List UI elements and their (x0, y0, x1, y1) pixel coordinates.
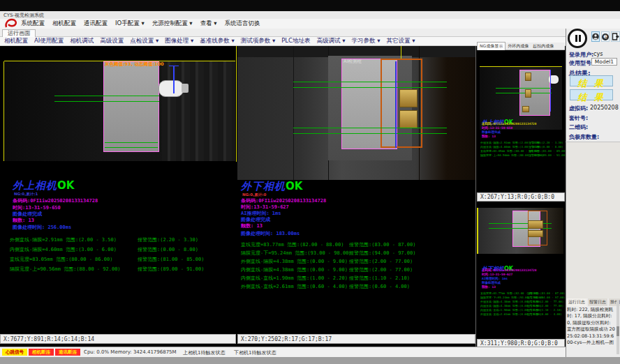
tool-learning-params[interactable]: 学习参数 ▾ (351, 37, 380, 45)
menu-language-switch[interactable]: 系统语言切换 (225, 20, 260, 28)
log-tab-alarm[interactable]: 报警日志 (588, 298, 607, 306)
tool-image-processing[interactable]: 图像处理 ▾ (165, 37, 193, 45)
mini-top-done: 图像处理完成 (482, 130, 501, 134)
mini-bot-row: 报警范围:(2.00 - 77.00) (527, 300, 563, 303)
model-value-box[interactable]: Model1 (591, 58, 617, 66)
mid-count: 颗数: 13 (241, 222, 263, 229)
tool-camera-config[interactable]: 相机配置 (4, 37, 28, 45)
mini-tab-ng-display[interactable]: NG成像显示 (477, 42, 505, 50)
mid-camera-view[interactable]: AI检测框 外下相机OK NG:0,累计:0 条码码:0FI1iw2025020… (237, 46, 475, 333)
upper-camera-status: 上相机1待触发状态 (183, 349, 225, 356)
pause-button[interactable] (568, 29, 587, 48)
left-alarm-row: 报警范围:(81.00 - 85.00) (138, 256, 204, 263)
comm-disconnect-badge: 通讯断连 (55, 349, 80, 356)
tool-camera-debug[interactable]: 相机调试 (70, 37, 94, 45)
user-button[interactable] (591, 31, 600, 42)
left-measure-row: 直线宽度=83.05mm 范围:(80.00 - 86.00) (10, 256, 112, 263)
mid-alarm-row: 报警范围:(94.00 - 97.00) (349, 250, 415, 257)
needle-number-label: 套针号: (569, 114, 588, 122)
menu-system-config[interactable]: 系统配置 (21, 20, 45, 28)
menu-io-config[interactable]: IO手配置 ▾ (115, 20, 145, 28)
mini-tab-outer-image[interactable]: 外环内成像 (505, 43, 531, 50)
mini-top-view[interactable]: 外上相机OK 条码码:0FI1iw20250208133134728 时间:13… (477, 50, 565, 192)
mid-gold-pad-2 (399, 110, 418, 128)
mini-bottom-view[interactable]: 外下相机OK 条码码:0FI1iw20250208133134728 时间:13… (477, 202, 565, 339)
left-measure-line-2 (54, 101, 159, 102)
left-result-title: 外上相机OK (13, 179, 74, 192)
virtual-code-label: 虚拟码: (569, 105, 588, 112)
mid-measure-row: 直线宽度=83.77mm 范围:(82.00 - 88.00) (241, 241, 344, 248)
left-yellow-vline (3, 61, 4, 161)
mini-bot-row: 报警范围:(1.10 - 2.10) (527, 308, 562, 312)
mid-seam-1 (293, 46, 294, 180)
log-tabbar: 运行日志 报警日志 操作日志 (567, 298, 620, 306)
tool-advanced-debug[interactable]: 高级调试 ▾ (317, 37, 346, 45)
virtual-code-value: 20250208 (590, 105, 619, 111)
log-tab-run[interactable]: 运行日志 (567, 298, 586, 306)
mini-top-gold-1 (525, 73, 531, 81)
app-logo-icon (4, 18, 18, 29)
tool-spot-check[interactable]: 点检设置 ▾ (130, 37, 158, 45)
mini-top-gold-2 (525, 89, 531, 98)
log-text: 耗时: 222, 隔膜检测耗时: 17, 隔膜分息耗时: 0, 隔膜提取分区耗时… (567, 307, 615, 346)
mid-measure-line-1 (293, 82, 447, 82)
mini-bot-ai-time: AI推理时间: 1ms (482, 277, 508, 280)
tool-plc-address[interactable]: PLC地址表 (281, 37, 310, 45)
model-label: 使用型号: (569, 59, 593, 67)
mini-top-row: 报警范围:(0.00 - 8.00) (529, 145, 563, 149)
tab-run-screen[interactable]: 运行画面 (2, 29, 36, 37)
tool-other-settings[interactable]: 其它设置 ▾ (386, 37, 415, 45)
log-scrollbar[interactable] (617, 300, 619, 354)
tool-baseline-params[interactable]: 基准线参数 ▾ (200, 37, 234, 45)
mid-measure-row: 内侧直线-直线=1.90mm 范围:(1.00 - 2.20) (241, 275, 348, 282)
mini-top-row: 报警范围:(2.20 - 3.30) (529, 141, 563, 144)
left-measure-row: 内侧直线-隔膜=4.60mm 范围:(3.00 - 6.00) (10, 246, 117, 253)
mid-alarm-row: 报警范围:(1.10 - 2.10) (349, 275, 410, 282)
tool-advanced-settings[interactable]: 高级设置 (100, 37, 124, 45)
log-scrollbar-thumb[interactable] (617, 326, 619, 336)
menu-camera-config[interactable]: 相机配置 (52, 20, 76, 28)
logout-button[interactable] (611, 31, 620, 42)
left-pixel-status: X:7677;Y:891;R:14;G:14;B:14 (0, 334, 236, 344)
tool-ai-usage-config[interactable]: AI使用配置 (34, 37, 64, 45)
mini-top-yellow-line (480, 66, 562, 67)
mid-ng-counter: NG:0,累计:0 (242, 192, 266, 197)
user-icon (592, 33, 599, 40)
left-count: 颗数: 13 (13, 217, 34, 224)
bottom-gray-strip (0, 357, 620, 364)
e-button[interactable]: e (601, 31, 610, 42)
mini-tab-start-image[interactable]: 起拍内成像 (531, 43, 556, 50)
mid-yellow-vline (401, 46, 401, 59)
menu-bar: 系统配置 相机配置 通讯配置 IO手配置 ▾ 光源控制配置 ▾ 查看 ▾ 系统语… (0, 19, 620, 29)
mini-bot-row: 报警范围:(2.00 - 77.00) (527, 304, 563, 308)
left-measure-row: 隔膜宽度-上=90.56mm 范围:(88.00 - 92.00) (10, 266, 121, 273)
left-camera-view[interactable]: 灰色阈值:93, 动态阈值:100 外上相机OK NG:0,累计:1 条码码:0… (1, 46, 236, 333)
mini-bot-yellow-line (477, 208, 478, 254)
window-title: CYS-视觉检测系统 (3, 13, 44, 18)
mini-bot-time: 时间:13-31-59-627 (482, 273, 512, 276)
left-alarm-row: 报警范围:(89.00 - 91.00) (138, 266, 204, 273)
menu-view[interactable]: 查看 ▾ (200, 20, 217, 28)
left-alarm-row: 报警范围:(2.20 - 3.30) (138, 236, 198, 243)
desktop-strip (0, 0, 620, 11)
mini-bot-done: 图像处理完成 (482, 281, 501, 285)
login-user-label: 登录用户: (569, 51, 593, 59)
result-box-1: 结 果 (570, 75, 613, 86)
mini-top-row: 报警范围:(89.00 - 91.00) (529, 153, 567, 157)
mini-bot-barcode: 条码码:0FI1iw20250208133134728 (482, 268, 537, 272)
menu-light-config[interactable]: 光源控制配置 ▾ (152, 20, 193, 28)
panel-empty-area (566, 142, 620, 298)
mini-top-line-1 (496, 88, 552, 89)
pane-divider-yellow (236, 46, 237, 162)
left-measure-line-1 (54, 96, 159, 96)
camera-disconnect-badge: 相机断连 (29, 349, 54, 356)
mid-measure-line-4 (293, 133, 447, 134)
mid-pixel-status: X:270;Y:2502;R:17;G:17;B:17 (237, 334, 475, 344)
mini-top-row: 报警范围:(81.00 - 85.00) (529, 149, 567, 153)
heartbeat-badge: 心跳信号 (2, 349, 27, 356)
menu-comm-config[interactable]: 通讯配置 (84, 20, 108, 28)
mini-top-barcode: 条码码:0FI1iw20250208133134728 (482, 122, 537, 126)
mini-top-blue-line (550, 70, 551, 112)
mid-measure-row: 隔膜宽度-下=95.24mm 范围:(93.00 - 98.00) (241, 250, 352, 257)
tool-test-params[interactable]: 测试项参数 ▾ (241, 37, 275, 45)
